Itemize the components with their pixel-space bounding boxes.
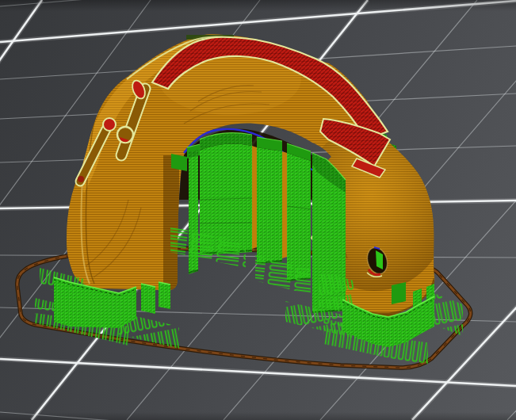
sliced-model-scene — [0, 0, 516, 420]
slot-a-red-head — [103, 118, 116, 131]
viewport-3d[interactable] — [0, 0, 516, 420]
leg-inner-shadow — [163, 155, 179, 290]
slot-a-red-tail — [78, 176, 84, 182]
pad-step-block — [392, 282, 406, 304]
